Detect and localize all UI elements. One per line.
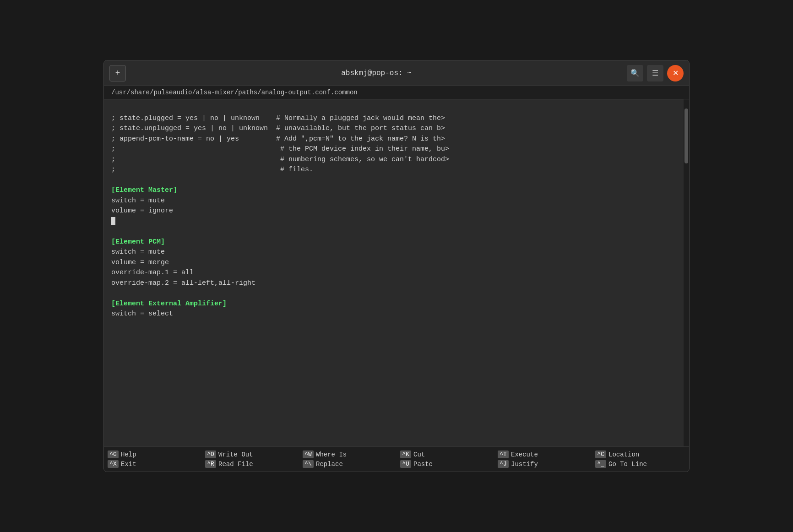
line-volume-merge: volume = merge <box>111 259 169 266</box>
editor-content[interactable]: ; state.plugged = yes | no | unknown # N… <box>104 99 684 446</box>
line-switch-mute-2: switch = mute <box>111 248 165 256</box>
key-ctrl-g: ^G <box>108 451 119 458</box>
key-ctrl-u: ^U <box>400 460 411 468</box>
line-override-map-2: override-map.2 = all-left,all-right <box>111 279 255 287</box>
label-justify: Justify <box>511 461 538 468</box>
shortcut-exit[interactable]: ^X Exit <box>104 459 201 469</box>
key-ctrl-x: ^X <box>108 460 119 468</box>
path-bar: /usr/share/pulseaudio/alsa-mixer/paths/a… <box>104 86 689 99</box>
title-text: abskmj@pop-os: ~ <box>341 69 412 77</box>
shortcut-replace[interactable]: ^\ Replace <box>299 459 396 469</box>
key-ctrl-c: ^C <box>595 451 606 458</box>
label-paste: Paste <box>413 461 433 468</box>
key-ctrl-k: ^K <box>400 451 411 458</box>
line-6: ; # files. <box>111 166 313 174</box>
editor-area: ; state.plugged = yes | no | unknown # N… <box>104 99 689 446</box>
status-bar: ^G Help ^O Write Out ^W Where Is ^K Cut … <box>104 446 689 472</box>
shortcut-execute[interactable]: ^T Execute <box>494 450 592 459</box>
label-go-to-line: Go To Line <box>608 461 647 468</box>
file-path: /usr/share/pulseaudio/alsa-mixer/paths/a… <box>111 89 358 96</box>
key-ctrl-j: ^J <box>498 460 509 468</box>
title-bar-left: + <box>109 65 126 81</box>
line-1: ; state.plugged = yes | no | unknown # N… <box>111 114 445 122</box>
close-button[interactable]: ✕ <box>667 65 684 81</box>
new-tab-button[interactable]: + <box>109 65 126 81</box>
line-element-external: [Element External Amplifier] <box>111 300 227 308</box>
search-button[interactable]: 🔍 <box>627 65 643 81</box>
key-ctrl-backslash: ^\ <box>303 460 314 468</box>
line-switch-mute-1: switch = mute <box>111 197 165 205</box>
line-5: ; # numbering schemes, so we can't hardc… <box>111 156 449 163</box>
label-help: Help <box>121 451 136 458</box>
line-switch-select: switch = select <box>111 310 173 318</box>
cursor-line <box>111 217 115 225</box>
shortcut-where-is[interactable]: ^W Where Is <box>299 450 396 459</box>
label-replace: Replace <box>316 461 343 468</box>
shortcut-go-to-line[interactable]: ^_ Go To Line <box>592 459 689 469</box>
key-ctrl-w: ^W <box>303 451 314 458</box>
key-ctrl-o: ^O <box>205 451 216 458</box>
shortcut-help[interactable]: ^G Help <box>104 450 201 459</box>
title-bar-right: 🔍 ☰ ✕ <box>627 65 684 81</box>
line-3: ; append-pcm-to-name = no | yes # Add ",… <box>111 135 445 143</box>
new-tab-icon: + <box>115 68 120 78</box>
scrollbar-thumb[interactable] <box>684 109 688 163</box>
line-element-master: [Element Master] <box>111 186 177 194</box>
label-location: Location <box>608 451 639 458</box>
shortcut-cut[interactable]: ^K Cut <box>396 450 494 459</box>
label-cut: Cut <box>413 451 425 458</box>
key-ctrl-r: ^R <box>205 460 216 468</box>
menu-button[interactable]: ☰ <box>647 65 663 81</box>
search-icon: 🔍 <box>630 69 640 77</box>
label-read-file: Read File <box>218 461 253 468</box>
label-exit: Exit <box>121 461 136 468</box>
shortcut-row-1: ^G Help ^O Write Out ^W Where Is ^K Cut … <box>104 450 689 459</box>
line-override-map-1: override-map.1 = all <box>111 269 194 277</box>
line-element-pcm: [Element PCM] <box>111 238 165 246</box>
shortcut-justify[interactable]: ^J Justify <box>494 459 592 469</box>
shortcut-location[interactable]: ^C Location <box>592 450 689 459</box>
label-execute: Execute <box>511 451 538 458</box>
close-icon: ✕ <box>673 69 679 77</box>
label-write-out: Write Out <box>218 451 253 458</box>
title-bar: + abskmj@pop-os: ~ 🔍 ☰ ✕ <box>104 60 689 86</box>
line-volume-ignore: volume = ignore <box>111 207 173 215</box>
scrollbar[interactable] <box>684 99 689 446</box>
shortcut-row-2: ^X Exit ^R Read File ^\ Replace ^U Paste… <box>104 459 689 469</box>
shortcut-write-out[interactable]: ^O Write Out <box>201 450 299 459</box>
key-ctrl-t: ^T <box>498 451 509 458</box>
window-title: abskmj@pop-os: ~ <box>126 69 627 77</box>
terminal-window: + abskmj@pop-os: ~ 🔍 ☰ ✕ /usr/share/puls… <box>103 60 690 472</box>
line-2: ; state.unplugged = yes | no | unknown #… <box>111 125 445 132</box>
label-where-is: Where Is <box>316 451 347 458</box>
menu-icon: ☰ <box>652 69 658 77</box>
shortcut-read-file[interactable]: ^R Read File <box>201 459 299 469</box>
line-4: ; # the PCM device index in their name, … <box>111 145 449 153</box>
shortcut-paste[interactable]: ^U Paste <box>396 459 494 469</box>
key-ctrl-underscore: ^_ <box>595 460 606 468</box>
